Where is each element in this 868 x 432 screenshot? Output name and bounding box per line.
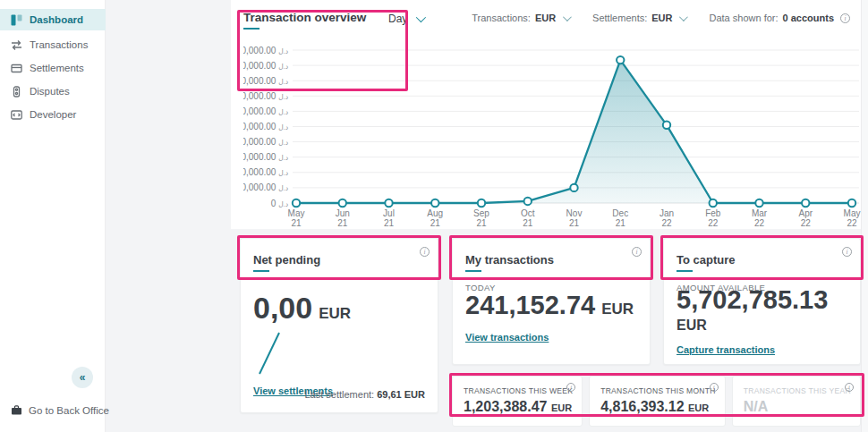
svg-text:Nov21: Nov21 (566, 208, 583, 228)
stat-value: 1,203,388.47 EUR (464, 399, 573, 415)
svg-text:Apr22: Apr22 (798, 208, 813, 228)
info-icon[interactable] (632, 247, 642, 257)
svg-text:Jun21: Jun21 (336, 208, 350, 228)
stat-value: N/A (744, 399, 851, 415)
disputes-icon (11, 86, 22, 97)
back-office-label: Go to Back Office (29, 405, 109, 416)
transactions-this-week-card: TRANSACTIONS THIS WEEK 1,203,388.47 EUR (452, 376, 583, 427)
net-pending-card: Net pending 0,00EUR View settlements Las… (240, 238, 438, 413)
info-icon[interactable] (710, 383, 719, 392)
currency-label: EUR (677, 318, 707, 334)
sidebar-item-dashboard[interactable]: Dashboard (0, 9, 106, 30)
transaction-stats-row: TRANSACTIONS THIS WEEK 1,203,388.47 EUR … (452, 376, 861, 427)
info-icon[interactable] (420, 247, 430, 257)
svg-text:Mar22: Mar22 (752, 208, 768, 228)
card-title-underline (465, 270, 481, 272)
sidebar: Dashboard Transactions Settlements Dispu… (0, 0, 106, 432)
to-capture-value: 5,702,785.13 (677, 285, 828, 315)
card-title: Net pending (253, 253, 320, 267)
transaction-overview-panel: Transaction overview Day Transactions: E… (231, 0, 861, 229)
currency-label: EUR (319, 305, 351, 322)
stat-label: TRANSACTIONS THIS YEAR (744, 386, 851, 395)
sidebar-item-label: Developer (30, 109, 76, 120)
scrollbar[interactable] (861, 0, 868, 432)
sidebar-item-settlements[interactable]: Settlements (0, 57, 106, 79)
svg-text:30,000.00 د.ل: 30,000.00 د.ل (243, 152, 288, 162)
info-icon[interactable] (566, 383, 575, 392)
sidebar-collapse-button[interactable]: « (72, 367, 93, 388)
svg-text:70,000.00 د.ل: 70,000.00 د.ل (243, 91, 288, 101)
transactions-this-month-card: TRANSACTIONS THIS MONTH 4,816,393.12 EUR (589, 376, 726, 427)
svg-text:80,000.00 د.ل: 80,000.00 د.ل (243, 76, 288, 86)
net-pending-value: 0,00EUR (253, 291, 351, 326)
to-capture-card: To capture AMOUNT AVAILABLE 5,702,785.13… (663, 238, 861, 365)
chevron-down-icon (679, 13, 688, 21)
info-icon[interactable] (842, 247, 852, 257)
currency-label: EUR (688, 402, 709, 413)
transactions-icon (11, 39, 22, 51)
period-value: Day (388, 13, 407, 25)
settlements-currency-dropdown[interactable]: Settlements: EUR (592, 13, 685, 23)
card-title-underline (253, 270, 269, 272)
card-title-underline (677, 270, 693, 272)
settlements-icon (11, 63, 22, 74)
card-title: To capture (677, 253, 736, 267)
currency-label: EUR (551, 402, 572, 413)
last-settlement-label: Last settlement: (304, 389, 374, 400)
go-to-back-office-button[interactable]: Go to Back Office (11, 404, 109, 416)
svg-text:Dec21: Dec21 (612, 208, 628, 228)
chevron-down-icon (563, 13, 572, 21)
svg-text:20,000.00 د.ل: 20,000.00 د.ل (243, 167, 288, 177)
data-shown-indicator: Data shown for: 0 accounts (709, 13, 850, 23)
sidebar-item-transactions[interactable]: Transactions (0, 34, 106, 55)
settlements-currency-label: Settlements: (592, 13, 647, 23)
svg-text:50,000.00 د.ل: 50,000.00 د.ل (243, 122, 288, 131)
stat-label: TRANSACTIONS THIS WEEK (464, 386, 573, 395)
transaction-overview-chart: 100,000.00 د.ل90,000.00 د.ل80,000.00 د.ل… (243, 41, 861, 229)
chart-title: Transaction overview (243, 11, 366, 24)
data-shown-label: Data shown for: (709, 13, 778, 23)
svg-text:May21: May21 (288, 208, 305, 228)
svg-text:0 د.ل: 0 د.ل (271, 199, 288, 208)
capture-transactions-link[interactable]: Capture transactions (677, 344, 775, 355)
dashboard-icon (11, 14, 22, 26)
last-settlement: Last settlement: 69,61 EUR (304, 389, 425, 400)
svg-text:Feb22: Feb22 (705, 208, 721, 228)
info-icon[interactable] (845, 383, 854, 392)
last-settlement-value: 69,61 EUR (377, 389, 425, 400)
svg-text:40,000.00 د.ل: 40,000.00 د.ل (243, 137, 288, 147)
net-pending-sparkline (257, 330, 284, 377)
sidebar-item-label: Disputes (30, 86, 70, 97)
transactions-currency-value: EUR (535, 13, 556, 23)
info-icon[interactable] (840, 13, 850, 23)
svg-text:Oct21: Oct21 (521, 208, 535, 228)
chevron-down-icon (416, 13, 426, 22)
svg-text:Sep21: Sep21 (473, 208, 489, 228)
svg-text:Aug21: Aug21 (427, 208, 443, 228)
svg-text:Jul21: Jul21 (383, 208, 395, 228)
settlements-currency-value: EUR (651, 13, 672, 23)
dashboard-page: Dashboard Transactions Settlements Dispu… (0, 0, 868, 432)
sidebar-item-label: Settlements (30, 63, 84, 73)
sidebar-item-label: Dashboard (30, 14, 83, 25)
svg-text:May22: May22 (844, 208, 861, 228)
svg-text:10,000.00 د.ل: 10,000.00 د.ل (243, 182, 288, 192)
transactions-currency-dropdown[interactable]: Transactions: EUR (472, 13, 569, 23)
sidebar-item-label: Transactions (30, 39, 88, 50)
header-filters: Transactions: EUR Settlements: EUR Data … (472, 13, 850, 23)
svg-text:60,000.00 د.ل: 60,000.00 د.ل (243, 106, 288, 116)
view-transactions-link[interactable]: View transactions (465, 332, 549, 343)
transactions-this-year-card: TRANSACTIONS THIS YEAR N/A (732, 376, 861, 427)
sidebar-item-disputes[interactable]: Disputes (0, 80, 106, 102)
transactions-currency-label: Transactions: (472, 13, 531, 23)
collapse-chevrons-icon: « (80, 371, 86, 384)
period-selector[interactable]: Day (388, 13, 423, 25)
stat-value: 4,816,393.12 EUR (600, 399, 716, 415)
svg-text:100,000.00 د.ل: 100,000.00 د.ل (243, 46, 288, 55)
main-content: Transaction overview Day Transactions: E… (106, 0, 868, 432)
my-transactions-value: 241,152.74EUR (465, 291, 634, 320)
sidebar-item-developer[interactable]: Developer (0, 104, 106, 125)
currency-label: EUR (601, 301, 634, 318)
data-shown-value: 0 accounts (783, 13, 834, 23)
svg-text:90,000.00 د.ل: 90,000.00 د.ل (243, 61, 288, 71)
